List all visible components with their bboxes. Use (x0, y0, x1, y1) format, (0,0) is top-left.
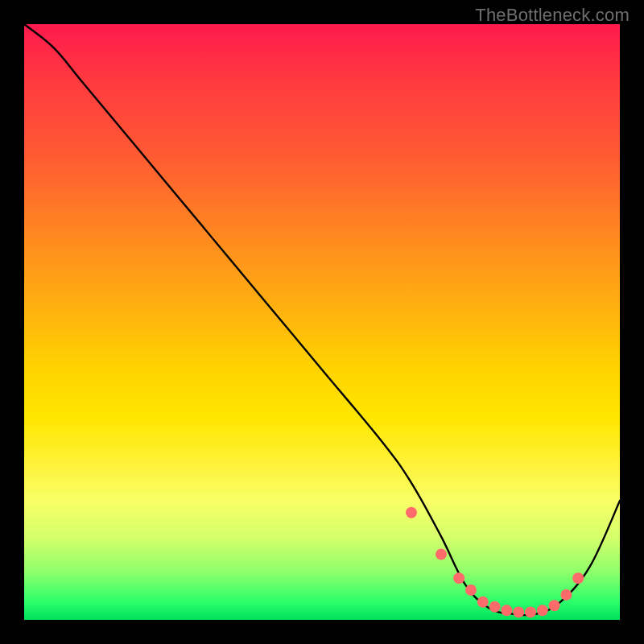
attribution-label: TheBottleneck.com (475, 5, 630, 26)
curve-svg (24, 24, 620, 620)
marker-dot (406, 507, 417, 518)
plot-area (24, 24, 620, 620)
marker-dot (537, 605, 548, 616)
marker-dot (525, 606, 536, 617)
marker-dot (560, 589, 572, 601)
marker-dot (465, 584, 477, 596)
chart-frame: TheBottleneck.com (0, 0, 644, 644)
marker-dot (436, 549, 447, 560)
marker-dot (453, 572, 464, 584)
marker-dot (477, 597, 489, 608)
bottleneck-curve-path (24, 24, 620, 615)
marker-dot (549, 600, 560, 611)
marker-dot (513, 606, 524, 617)
marker-dot (572, 572, 584, 584)
marker-dot (489, 601, 501, 613)
marker-group (406, 507, 584, 618)
marker-dot (501, 605, 512, 616)
